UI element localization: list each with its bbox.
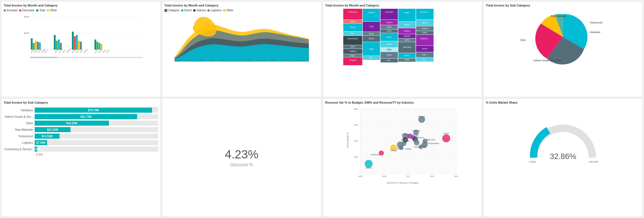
scatter-chart-card: Revenue Var % to Budget, GM% and Revenue… xyxy=(323,98,482,217)
chart5-title: Total Invoice by Sub Category xyxy=(4,101,158,104)
hbar-rows: Hardware$70.74MIndirect Goods & Ser...$6… xyxy=(4,108,158,152)
svg-text:Ind...: Ind... xyxy=(351,32,355,34)
svg-text:Direct: Direct xyxy=(386,43,392,45)
svg-text:32.86%: 32.86% xyxy=(550,152,576,161)
svg-text:Other: Other xyxy=(350,46,355,48)
svg-text:Logistics: Logistics xyxy=(66,48,72,53)
other2-dot xyxy=(223,9,225,12)
svg-text:January: January xyxy=(403,46,411,48)
hbar-label: Raw Materials xyxy=(4,128,35,131)
svg-text:100.00%: 100.00% xyxy=(589,160,598,163)
svg-rect-21 xyxy=(98,43,100,50)
svg-text:60%: 60% xyxy=(354,124,358,126)
svg-text:July: July xyxy=(238,60,241,61)
svg-rect-8 xyxy=(37,42,39,50)
pie-chart-area: Outsourced Hardware Raw Materials Other … xyxy=(486,9,640,65)
other-label: Other xyxy=(50,9,57,12)
hbar-track: $1.49M xyxy=(35,147,158,152)
svg-text:Direct: Direct xyxy=(422,22,427,24)
svg-text:Metals: Metals xyxy=(401,139,407,141)
hbar-row: Hardware$70.74M xyxy=(4,108,158,113)
svg-text:November: November xyxy=(282,60,290,61)
svg-rect-17 xyxy=(78,41,80,50)
svg-text:Direct: Direct xyxy=(422,48,427,50)
svg-text:June: June xyxy=(229,60,233,61)
svg-text:May: May xyxy=(221,60,224,61)
stream-chart-area: January February March April May June Ju… xyxy=(164,14,319,62)
hbar-chart: 100% Hardware$70.74MIndirect Goods & Ser… xyxy=(4,106,158,157)
decrease-label: Decrease xyxy=(22,9,34,12)
svg-text:April: April xyxy=(210,60,214,61)
legend-other: Other xyxy=(47,9,57,12)
decrease-dot xyxy=(19,9,21,12)
hbar-track: $70.74M xyxy=(35,108,158,113)
kpi-value: 4.23% xyxy=(225,148,258,161)
svg-text:Other: Other xyxy=(387,49,392,51)
legend-direct: Direct xyxy=(181,9,192,12)
svg-text:Energy: Energy xyxy=(390,149,397,152)
svg-text:October: October xyxy=(271,60,276,61)
other-dot xyxy=(47,9,49,12)
svg-text:February: February xyxy=(186,60,193,61)
legend-total: Total xyxy=(36,9,45,12)
stream-chart-svg: January February March April May June Ju… xyxy=(164,14,319,62)
direct-label: Direct xyxy=(184,9,192,12)
svg-text:Direct: Direct xyxy=(404,24,409,26)
svg-text:(Blank): (Blank) xyxy=(365,167,372,169)
hbar-track: $61.71M xyxy=(35,114,158,119)
svg-rect-72 xyxy=(362,9,380,21)
svg-rect-20 xyxy=(96,42,98,50)
bar-chart-svg: $30M $20M xyxy=(4,14,158,59)
bar-chart-area: $30M $20M xyxy=(4,14,158,59)
svg-rect-118 xyxy=(416,9,433,19)
hbar-label: Indirect Goods & Ser... xyxy=(4,115,35,118)
svg-text:0%: 0% xyxy=(406,175,409,177)
kpi-container: 4.23% Discount % xyxy=(225,148,258,167)
svg-text:July: July xyxy=(369,25,373,28)
svg-rect-54 xyxy=(343,9,362,19)
bar-chart-card: Total Invoice by Month and Category Incr… xyxy=(1,1,161,97)
chart2-legend: Category Direct Indirect Logistics Other xyxy=(164,9,319,12)
svg-text:Other: Other xyxy=(350,21,355,23)
svg-text:Logis...: Logis... xyxy=(350,54,356,57)
svg-text:80%: 80% xyxy=(354,108,358,110)
svg-text:August: August xyxy=(349,59,357,61)
hbar-track: $7.36M xyxy=(35,140,158,145)
svg-text:Federal: Federal xyxy=(401,134,408,136)
hbar-track: $21.52M xyxy=(35,127,158,132)
svg-text:$30M: $30M xyxy=(24,16,29,18)
hbar-label: Other xyxy=(4,122,35,125)
svg-text:Other: Other xyxy=(387,26,392,28)
svg-text:January: January xyxy=(175,60,181,61)
svg-text:Telecom: Telecom xyxy=(418,115,425,117)
svg-text:Distribution: Distribution xyxy=(371,154,381,156)
hbar-row: Logistics$7.36M xyxy=(4,140,158,145)
hbar-row: Raw Materials$21.52M xyxy=(4,127,158,132)
svg-rect-102 xyxy=(398,9,416,21)
increase-dot xyxy=(4,9,6,12)
chart1-legend: Increase Decrease Total Other xyxy=(4,9,158,12)
hbar-track: $44.29M xyxy=(35,121,158,126)
legend-indirect: Indirect xyxy=(193,9,206,12)
category-rect xyxy=(164,9,167,12)
svg-text:Industrial: Industrial xyxy=(412,130,420,132)
hbar-fill: $70.74M xyxy=(35,108,152,113)
svg-text:Indirect: Indirect xyxy=(404,30,410,32)
hbar-fill: $44.29M xyxy=(35,121,109,126)
legend-decrease: Decrease xyxy=(19,9,34,12)
total-dot xyxy=(36,9,38,12)
hbar-row: Other$44.29M xyxy=(4,121,158,126)
indirect-dot xyxy=(193,9,195,12)
pie-chart-card: Total Invoice by Sub Category Outsourced xyxy=(483,1,643,97)
pie-chart-svg: Outsourced Hardware Raw Materials Other … xyxy=(486,9,640,65)
svg-text:Direct: Direct xyxy=(404,54,409,56)
svg-text:Indirect: Indirect xyxy=(421,27,428,29)
svg-text:Transportation: Transportation xyxy=(426,142,439,145)
svg-text:December: December xyxy=(348,37,358,40)
chart8-title: % Units Market Share xyxy=(486,101,640,104)
increase-label: Increase xyxy=(7,9,17,12)
svg-text:Direct: Direct xyxy=(369,38,374,40)
svg-rect-10 xyxy=(54,35,56,50)
svg-text:Ind...: Ind... xyxy=(369,57,374,59)
svg-text:Direct: Direct xyxy=(350,26,356,29)
